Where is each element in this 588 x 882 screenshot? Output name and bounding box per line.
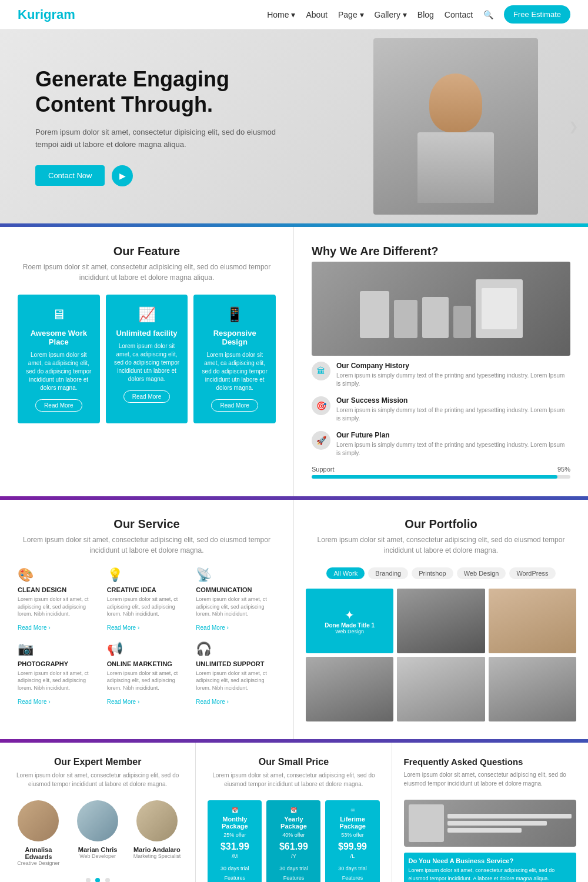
service-item-4: 📢 ONLINE MARKETING Lorem ipsum dolor sit…	[107, 642, 187, 706]
dot-1[interactable]	[95, 878, 100, 882]
service-link-2[interactable]: Read More ›	[196, 624, 229, 631]
service-item-5: 🎧 UNLIMITED SUPPORT Lorem ipsum dolor si…	[196, 642, 276, 706]
portfolio-item-3[interactable]	[306, 657, 393, 721]
logo[interactable]: Kurigram	[18, 7, 75, 22]
why-icon-0: 🏛	[312, 362, 330, 380]
free-estimate-button[interactable]: Free Estimate	[504, 5, 570, 24]
portfolio-tab-4[interactable]: WordPress	[509, 567, 555, 579]
feature-subtitle: Roem ipsum dolor sit amet, consectetur a…	[18, 262, 276, 283]
service-title-4: ONLINE MARKETING	[107, 660, 187, 667]
service-icon-1: 💡	[107, 567, 187, 583]
feature-icon-1: 📈	[113, 306, 181, 323]
pricing-price-0: $31.99	[212, 841, 257, 852]
pricing-period-0: /M	[212, 853, 257, 859]
pricing-name-0: Monthly Package	[212, 816, 257, 830]
pricing-icon-0: 📅	[212, 807, 257, 813]
nav-about[interactable]: About	[306, 10, 328, 19]
hero-next-arrow[interactable]: ❯	[569, 119, 579, 133]
faq-open-question[interactable]: Do You Need A Business Service?	[409, 857, 572, 864]
service-icon-3: 📷	[18, 642, 98, 657]
contact-now-button[interactable]: Contact Now	[35, 165, 105, 186]
service-link-1[interactable]: Read More ›	[107, 624, 140, 631]
service-icon-5: 🎧	[196, 642, 276, 657]
service-icon-4: 📢	[107, 642, 187, 657]
feature-card-text-0: Lorem ipsum dolor sit amet, ca adipiscin…	[25, 351, 93, 392]
pricing-card-0: 📅 Monthly Package 25% offer $31.99 /M 30…	[208, 800, 262, 882]
pricing-features-2: 30 days trial FeaturesSynced to cloud da…	[330, 864, 375, 882]
progress-bar-container: Support 95%	[312, 466, 570, 479]
member-cards: Annalisa Edwards Creative Designer Maria…	[12, 800, 183, 866]
team-title: Our Expert Member	[12, 757, 183, 767]
pricing-price-2: $99.99	[330, 841, 375, 852]
service-text-3: Lorem ipsum dolor sit amet, ct adipiscin…	[18, 670, 98, 692]
hero-title: Generate Engaging Content Through.	[35, 66, 288, 117]
portfolio-title: Our Portfolio	[306, 517, 576, 531]
member-0: Annalisa Edwards Creative Designer	[12, 800, 65, 866]
logo-text-black: Kurigr	[18, 7, 56, 22]
pricing-offer-1: 40% offer	[271, 832, 316, 838]
search-icon[interactable]: 🔍	[483, 10, 493, 19]
pricing-offer-0: 25% offer	[212, 832, 257, 838]
feature-icon-2: 📱	[201, 306, 269, 323]
pricing-name-1: Yearly Package	[271, 816, 316, 830]
service-title-2: COMMUNICATION	[196, 586, 276, 593]
hero-person-image	[323, 29, 588, 223]
portfolio-tab-0[interactable]: All Work	[326, 567, 365, 579]
service-item-3: 📷 PHOTOGRAPHY Lorem ipsum dolor sit amet…	[18, 642, 98, 706]
pricing-features-0: 30 days trial FeaturesSynced to cloud da…	[212, 864, 257, 882]
pricing-title: Our Small Price	[208, 757, 379, 767]
nav-blog[interactable]: Blog	[417, 10, 434, 19]
pricing-features-1: 30 days trial FeaturesSynced to cloud da…	[271, 864, 316, 882]
progress-value: 95%	[557, 466, 570, 473]
nav-page[interactable]: Page ▾	[338, 10, 364, 19]
service-link-0[interactable]: Read More ›	[18, 624, 51, 631]
pricing-card-1: 📆 Yearly Package 40% offer $61.99 /Y 30 …	[266, 800, 320, 882]
feature-card-btn-2[interactable]: Read More	[211, 399, 258, 412]
member-avatar-0	[18, 800, 59, 841]
portfolio-tab-3[interactable]: Web Design	[457, 567, 506, 579]
nav-gallery[interactable]: Gallery ▾	[375, 10, 407, 19]
progress-bar	[312, 475, 570, 479]
portfolio-item-4[interactable]	[397, 657, 485, 721]
hero-play-button[interactable]: ▶	[112, 165, 133, 186]
service-icon-2: 📡	[196, 567, 276, 583]
portfolio-item-0[interactable]: ✦ Done Made Title 1 Web Design	[306, 589, 393, 653]
portfolio-item-2[interactable]	[489, 589, 576, 653]
portfolio-subtitle: Lorem ipsum dolor sit amet, consectetur …	[306, 534, 576, 556]
small-price-section: Our Small Price Lorem ipsum dolor sit am…	[196, 743, 392, 882]
member-role-1: Web Developer	[71, 853, 125, 859]
dot-2[interactable]	[105, 878, 110, 882]
service-link-4[interactable]: Read More ›	[107, 699, 140, 705]
feature-card-btn-1[interactable]: Read More	[123, 390, 170, 403]
feature-card-title-0: Awesome Work Place	[25, 329, 93, 346]
portfolio-item-5[interactable]	[489, 657, 576, 721]
service-link-3[interactable]: Read More ›	[18, 699, 51, 705]
service-link-5[interactable]: Read More ›	[196, 699, 229, 705]
member-role-2: Marketing Specialist	[131, 853, 184, 859]
pricing-cards: 📅 Monthly Package 25% offer $31.99 /M 30…	[208, 800, 379, 882]
faq-section: Frequently Asked Questions Lorem ipsum d…	[392, 743, 588, 882]
our-portfolio-section: Our Portfolio Lorem ipsum dolor sit amet…	[294, 500, 588, 739]
member-name-1: Marian Chris	[71, 846, 125, 853]
service-grid: 🎨 CLEAN DESIGN Lorem ipsum dolor sit ame…	[18, 567, 276, 706]
service-title: Our Service	[18, 517, 276, 531]
member-1: Marian Chris Web Developer	[71, 800, 125, 866]
portfolio-tab-2[interactable]: Printshop	[412, 567, 453, 579]
feature-card-btn-0[interactable]: Read More	[35, 399, 82, 412]
member-role-0: Creative Designer	[12, 860, 65, 866]
portfolio-tab-1[interactable]: Branding	[368, 567, 408, 579]
dot-0[interactable]	[86, 878, 91, 882]
member-name-2: Mario Andalaro	[131, 846, 184, 853]
nav-contact[interactable]: Contact	[445, 10, 473, 19]
nav-home[interactable]: Home ▾	[267, 10, 295, 19]
feature-why-row: Our Feature Roem ipsum dolor sit amet, c…	[0, 227, 588, 496]
service-text-0: Lorem ipsum dolor sit amet, ct adipiscin…	[18, 596, 98, 618]
why-item-2: 🚀 Our Future Plan Lorem ipsum is simply …	[312, 431, 570, 457]
portfolio-item-1[interactable]	[397, 589, 485, 653]
faq-open-answer: Lorem ipsum dolor sit amet, consectetur …	[409, 867, 572, 882]
service-title-0: CLEAN DESIGN	[18, 586, 98, 593]
service-title-1: CREATIVE IDEA	[107, 586, 187, 593]
why-item-0: 🏛 Our Company History Lorem ipsum is sim…	[312, 362, 570, 388]
meeting-image	[312, 262, 570, 356]
member-carousel-dots	[12, 874, 183, 882]
